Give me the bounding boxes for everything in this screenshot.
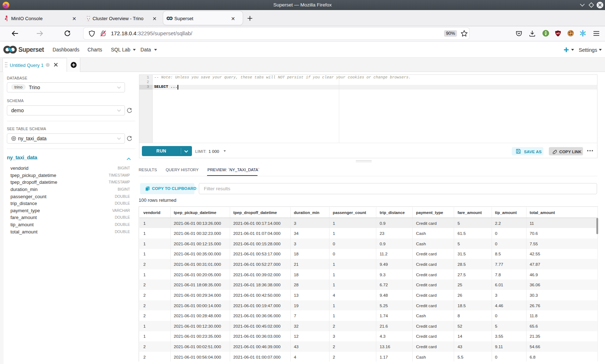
svg-text:uO: uO — [556, 32, 560, 35]
